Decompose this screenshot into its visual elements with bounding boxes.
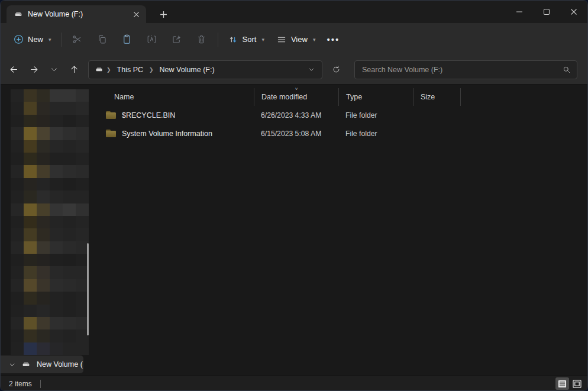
pixel-block [50, 127, 63, 140]
pixel-block [24, 178, 37, 190]
pixel-block [11, 292, 24, 304]
pixel-block [63, 89, 76, 102]
file-list: $RECYCLE.BIN 6/26/2023 4:33 AM File fold… [91, 106, 587, 143]
sort-icon [228, 34, 238, 45]
tab-close-icon[interactable] [131, 9, 141, 20]
up-button[interactable] [64, 60, 83, 79]
drive-icon [95, 65, 104, 74]
sort-descending-icon: ˅ [295, 87, 298, 92]
table-row[interactable]: System Volume Information 6/15/2023 5:08… [95, 124, 587, 143]
column-header-type[interactable]: Type [338, 88, 413, 106]
close-button[interactable] [560, 1, 587, 23]
maximize-button[interactable] [533, 1, 560, 23]
copy-button[interactable] [90, 29, 115, 50]
column-header-name[interactable]: Name [95, 88, 254, 106]
navigation-pane: New Volume ( [1, 85, 91, 376]
pixel-block [63, 228, 76, 241]
pixel-block [24, 305, 37, 317]
chevron-down-icon: ▾ [313, 37, 316, 43]
pixel-block [50, 241, 63, 254]
sort-button[interactable]: Sort ▾ [222, 30, 270, 49]
address-dropdown-icon[interactable] [305, 66, 318, 73]
search-icon[interactable] [563, 66, 571, 74]
pixel-block [11, 254, 24, 266]
search-box[interactable] [354, 60, 577, 79]
pixel-block [24, 241, 37, 254]
sort-button-label: Sort [243, 35, 257, 44]
pixel-block [24, 317, 37, 329]
forward-button[interactable] [24, 60, 43, 79]
details-view-button[interactable] [555, 377, 569, 390]
pixel-block [11, 342, 24, 355]
pixel-block [11, 89, 24, 102]
screen: New Volume (F:) [0, 0, 588, 391]
column-header-size[interactable]: Size [413, 88, 460, 106]
pixel-block [11, 140, 24, 153]
view-button[interactable]: View ▾ [270, 30, 321, 49]
large-icons-view-button[interactable] [570, 377, 584, 390]
table-row[interactable]: $RECYCLE.BIN 6/26/2023 4:33 AM File fold… [95, 106, 587, 124]
explorer-tab[interactable]: New Volume (F:) [7, 5, 146, 23]
window-controls [506, 1, 587, 23]
pixel-block [11, 153, 24, 165]
see-more-button[interactable]: ••• [321, 29, 345, 50]
search-input[interactable] [361, 65, 563, 75]
pixel-block [63, 153, 76, 165]
share-button[interactable] [164, 29, 189, 50]
pixel-block [11, 279, 24, 292]
pixel-block [24, 329, 37, 342]
pixel-block [63, 279, 76, 292]
pixel-block [37, 216, 50, 228]
pixel-block [24, 203, 37, 216]
pixel-block [24, 102, 37, 114]
chevron-down-icon[interactable] [9, 361, 15, 368]
back-button[interactable] [4, 60, 23, 79]
pixel-block [37, 266, 50, 279]
breadcrumb-new-volume[interactable]: New Volume (F:) [157, 64, 218, 76]
pixel-block [50, 342, 63, 355]
pixel-block [37, 292, 50, 304]
pixel-block [76, 178, 89, 190]
pixel-block [63, 241, 76, 254]
pixel-block [76, 140, 89, 153]
pixel-block [76, 342, 89, 355]
column-header-spacer [460, 88, 587, 106]
delete-button[interactable] [189, 29, 214, 50]
pixel-block [50, 102, 63, 114]
address-row: ❯ This PC ❯ New Volume (F:) [1, 55, 587, 85]
pixel-block [24, 266, 37, 279]
address-bar[interactable]: ❯ This PC ❯ New Volume (F:) [88, 60, 322, 79]
view-icon [276, 34, 287, 45]
pixel-block [37, 178, 50, 190]
breadcrumb-this-pc[interactable]: This PC [114, 64, 146, 76]
refresh-button[interactable] [326, 60, 346, 79]
pixel-block [24, 190, 37, 203]
pixel-block [63, 216, 76, 228]
pixel-block [37, 317, 50, 329]
file-name: System Volume Information [122, 130, 212, 138]
pixel-block [50, 329, 63, 342]
breadcrumb-separator-icon: ❯ [106, 67, 112, 73]
chevron-down-icon: ▾ [261, 37, 264, 43]
pixel-block [50, 178, 63, 190]
paste-button[interactable] [115, 29, 140, 50]
pixel-block [11, 102, 24, 114]
file-name: $RECYCLE.BIN [122, 111, 175, 119]
pixel-block [24, 140, 37, 153]
sidebar-item-new-volume[interactable]: New Volume ( [1, 356, 83, 373]
rename-button[interactable] [140, 29, 164, 50]
new-button[interactable]: New ▾ [8, 30, 57, 49]
pixel-block [63, 317, 76, 329]
pixel-block [76, 228, 89, 241]
toolbar-divider [218, 33, 218, 47]
pixel-block [63, 266, 76, 279]
items-count: 2 items [9, 380, 32, 388]
pixel-block [37, 342, 50, 355]
sidebar-scrollbar[interactable] [87, 243, 89, 335]
new-tab-button[interactable] [156, 7, 171, 22]
pixel-block [63, 203, 76, 216]
recent-locations-button[interactable] [44, 60, 63, 79]
cut-button[interactable] [65, 29, 90, 50]
column-header-date-modified[interactable]: ˅ Date modified [254, 88, 338, 106]
minimize-button[interactable] [506, 1, 533, 23]
